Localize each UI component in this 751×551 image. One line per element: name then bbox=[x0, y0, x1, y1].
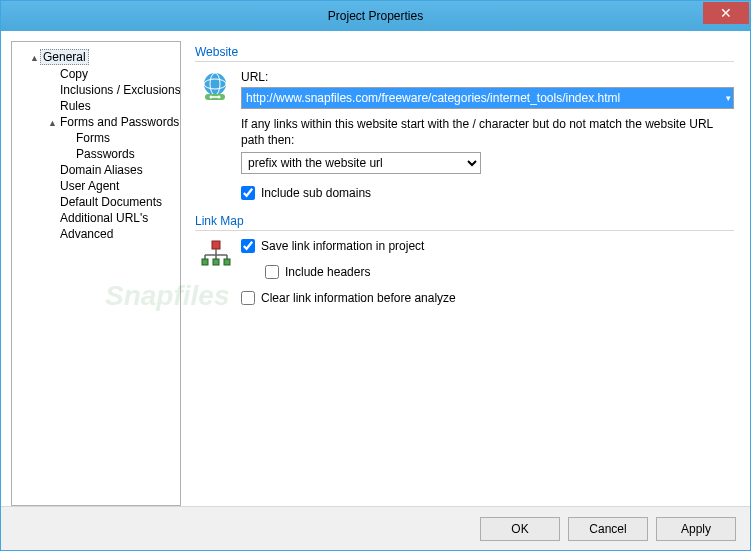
nav-tree: ▲GeneralCopyInclusions / ExclusionsRules… bbox=[16, 48, 176, 242]
tree-item-label: Forms bbox=[74, 131, 112, 145]
titlebar: Project Properties ✕ bbox=[1, 1, 750, 31]
content-panel: Website URL: bbox=[189, 41, 740, 506]
website-section-title: Website bbox=[195, 45, 734, 62]
tree-item-passwords[interactable]: Passwords bbox=[16, 146, 176, 162]
caret-icon: ▲ bbox=[48, 118, 58, 128]
tree-item-label: Copy bbox=[58, 67, 90, 81]
tree-item-label: Default Documents bbox=[58, 195, 164, 209]
sitemap-icon bbox=[199, 239, 231, 305]
button-bar: OK Cancel Apply bbox=[1, 506, 750, 550]
svg-rect-14 bbox=[213, 259, 219, 265]
tree-item-label: Rules bbox=[58, 99, 93, 113]
save-link-info-checkbox[interactable] bbox=[241, 239, 255, 253]
tree-item-general[interactable]: ▲General bbox=[16, 48, 176, 66]
prefix-select[interactable]: prefix with the website url bbox=[241, 152, 481, 174]
website-section: URL: ▾ If any links within this website … bbox=[195, 64, 734, 214]
tree-item-default-documents[interactable]: Default Documents bbox=[16, 194, 176, 210]
include-headers-checkbox[interactable] bbox=[265, 265, 279, 279]
svg-rect-7 bbox=[212, 241, 220, 249]
close-button[interactable]: ✕ bbox=[703, 2, 749, 24]
tree-item-label: Domain Aliases bbox=[58, 163, 145, 177]
tree-item-label: Advanced bbox=[58, 227, 115, 241]
tree-item-additional-url-s[interactable]: Additional URL's bbox=[16, 210, 176, 226]
url-combo[interactable]: ▾ bbox=[241, 87, 734, 109]
window-title: Project Properties bbox=[328, 9, 423, 23]
caret-icon: ▲ bbox=[30, 53, 40, 63]
tree-item-user-agent[interactable]: User Agent bbox=[16, 178, 176, 194]
svg-rect-13 bbox=[202, 259, 208, 265]
linkmap-section: Save link information in project Include… bbox=[195, 233, 734, 319]
tree-item-rules[interactable]: Rules bbox=[16, 98, 176, 114]
dialog-window: Project Properties ✕ Snapfiles ▲GeneralC… bbox=[0, 0, 751, 551]
clear-link-info-checkbox[interactable] bbox=[241, 291, 255, 305]
tree-item-domain-aliases[interactable]: Domain Aliases bbox=[16, 162, 176, 178]
linkmap-section-title: Link Map bbox=[195, 214, 734, 231]
tree-item-label: Inclusions / Exclusions bbox=[58, 83, 181, 97]
ok-button[interactable]: OK bbox=[480, 517, 560, 541]
tree-item-label: Additional URL's bbox=[58, 211, 150, 225]
svg-point-0 bbox=[204, 73, 226, 95]
url-label: URL: bbox=[241, 70, 734, 84]
url-input[interactable] bbox=[241, 87, 734, 109]
include-subdomains-checkbox[interactable] bbox=[241, 186, 255, 200]
body-area: Snapfiles ▲GeneralCopyInclusions / Exclu… bbox=[1, 31, 750, 506]
include-subdomains-label[interactable]: Include sub domains bbox=[261, 186, 371, 200]
include-headers-label[interactable]: Include headers bbox=[285, 265, 370, 279]
tree-item-advanced[interactable]: Advanced bbox=[16, 226, 176, 242]
prefix-description: If any links within this website start w… bbox=[241, 117, 734, 148]
clear-link-info-label[interactable]: Clear link information before analyze bbox=[261, 291, 456, 305]
svg-rect-6 bbox=[212, 96, 218, 98]
tree-item-forms-and-passwords[interactable]: ▲Forms and Passwords bbox=[16, 114, 176, 130]
tree-item-label: User Agent bbox=[58, 179, 121, 193]
tree-item-forms[interactable]: Forms bbox=[16, 130, 176, 146]
tree-item-inclusions-exclusions[interactable]: Inclusions / Exclusions bbox=[16, 82, 176, 98]
nav-tree-panel: ▲GeneralCopyInclusions / ExclusionsRules… bbox=[11, 41, 181, 506]
tree-item-label: General bbox=[40, 49, 89, 65]
apply-button[interactable]: Apply bbox=[656, 517, 736, 541]
svg-rect-15 bbox=[224, 259, 230, 265]
save-link-info-label[interactable]: Save link information in project bbox=[261, 239, 424, 253]
tree-item-label: Forms and Passwords bbox=[58, 115, 181, 129]
cancel-button[interactable]: Cancel bbox=[568, 517, 648, 541]
close-icon: ✕ bbox=[720, 5, 732, 21]
tree-item-copy[interactable]: Copy bbox=[16, 66, 176, 82]
globe-icon bbox=[199, 70, 231, 200]
tree-item-label: Passwords bbox=[74, 147, 137, 161]
